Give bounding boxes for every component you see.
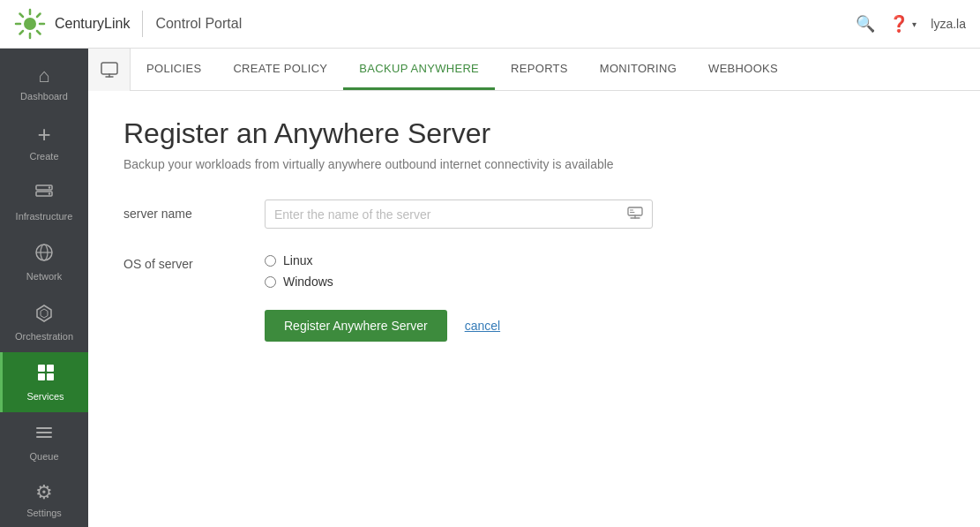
- sidebar-label-create: Create: [29, 151, 58, 162]
- sub-nav: POLICIES CREATE POLICY BACKUP ANYWHERE R…: [88, 49, 980, 91]
- svg-rect-19: [47, 365, 54, 372]
- logo-area: CenturyLink: [14, 8, 130, 40]
- svg-line-5: [20, 14, 24, 18]
- sidebar-item-create[interactable]: + Create: [0, 112, 88, 172]
- radio-windows-input[interactable]: [265, 276, 276, 288]
- sidebar-item-services[interactable]: Services: [0, 352, 88, 412]
- svg-rect-18: [38, 365, 45, 372]
- svg-rect-20: [38, 373, 45, 380]
- tab-policies[interactable]: POLICIES: [131, 49, 217, 90]
- tab-reports[interactable]: REPORTS: [495, 49, 584, 90]
- network-icon: [34, 243, 54, 266]
- sidebar-label-orchestration: Orchestration: [15, 331, 73, 342]
- svg-rect-25: [101, 63, 117, 74]
- create-icon: +: [37, 123, 50, 146]
- user-name: lyza.la: [931, 17, 966, 31]
- form-buttons: Register Anywhere Server cancel: [123, 310, 741, 342]
- server-name-row: server name: [123, 200, 741, 229]
- settings-icon: ⚙: [35, 483, 53, 502]
- sidebar-label-network: Network: [26, 271, 62, 282]
- sidebar-label-settings: Settings: [26, 508, 62, 518]
- sidebar-item-infrastructure[interactable]: Infrastructure: [0, 172, 88, 232]
- sidebar-label-services: Services: [26, 391, 64, 402]
- os-label: OS of server: [123, 250, 265, 271]
- svg-marker-17: [41, 309, 48, 318]
- register-form: server name: [123, 200, 741, 342]
- svg-rect-21: [47, 373, 54, 380]
- infrastructure-icon: [34, 183, 54, 206]
- server-input-icon: [627, 207, 643, 222]
- page-title: Register an Anywhere Server: [123, 117, 945, 150]
- server-name-control: [265, 200, 741, 229]
- subnav-tabs: POLICIES CREATE POLICY BACKUP ANYWHERE R…: [131, 49, 794, 90]
- register-button[interactable]: Register Anywhere Server: [265, 310, 447, 342]
- sidebar-item-orchestration[interactable]: Orchestration: [0, 292, 88, 352]
- tab-webhooks[interactable]: WEBHOOKS: [692, 49, 794, 90]
- header-divider: [142, 11, 143, 37]
- svg-marker-16: [37, 305, 51, 321]
- queue-icon: [34, 423, 54, 446]
- sidebar-item-dashboard[interactable]: ⌂ Dashboard: [0, 56, 88, 112]
- sidebar-label-infrastructure: Infrastructure: [16, 211, 73, 222]
- radio-windows[interactable]: Windows: [265, 275, 741, 289]
- svg-point-0: [24, 18, 36, 30]
- help-chevron: ▾: [912, 19, 916, 29]
- radio-linux-label: Linux: [283, 253, 312, 267]
- svg-line-8: [20, 31, 24, 34]
- sidebar-item-network[interactable]: Network: [0, 232, 88, 292]
- svg-rect-26: [628, 207, 642, 215]
- sidebar: ⌂ Dashboard + Create Infrastructure: [0, 49, 88, 527]
- portal-title: Control Portal: [155, 16, 242, 32]
- os-radio-group: Linux Windows: [265, 250, 741, 289]
- radio-linux[interactable]: Linux: [265, 253, 741, 267]
- radio-linux-input[interactable]: [265, 255, 276, 267]
- header-actions: 🔍 ❓ ▾ lyza.la: [856, 14, 966, 34]
- help-button[interactable]: ❓ ▾: [889, 14, 916, 34]
- tab-create-policy[interactable]: CREATE POLICY: [217, 49, 343, 90]
- company-name: CenturyLink: [55, 16, 130, 32]
- os-control: Linux Windows: [265, 250, 741, 289]
- sidebar-label-dashboard: Dashboard: [20, 91, 68, 102]
- radio-windows-label: Windows: [283, 275, 333, 289]
- page-area: Register an Anywhere Server Backup your …: [88, 91, 980, 527]
- sidebar-label-queue: Queue: [29, 451, 58, 462]
- top-header: CenturyLink Control Portal 🔍 ❓ ▾ lyza.la: [0, 0, 980, 49]
- svg-point-12: [49, 192, 50, 194]
- search-icon: 🔍: [856, 14, 875, 34]
- server-name-input-wrapper[interactable]: [265, 200, 653, 229]
- server-name-label: server name: [123, 200, 265, 221]
- server-name-input[interactable]: [274, 207, 610, 222]
- tab-monitoring[interactable]: MONITORING: [584, 49, 692, 90]
- subnav-section-icon: [88, 49, 131, 91]
- search-button[interactable]: 🔍: [856, 14, 875, 34]
- body-layout: ⌂ Dashboard + Create Infrastructure: [0, 49, 980, 527]
- svg-point-11: [49, 186, 50, 188]
- page-subtitle: Backup your workloads from virtually any…: [123, 157, 945, 171]
- main-content: POLICIES CREATE POLICY BACKUP ANYWHERE R…: [88, 49, 980, 527]
- centurylink-logo: [14, 8, 46, 40]
- sidebar-item-queue[interactable]: Queue: [0, 412, 88, 472]
- tab-backup-anywhere[interactable]: BACKUP ANYWHERE: [343, 49, 495, 90]
- svg-line-7: [37, 14, 41, 18]
- dashboard-icon: ⌂: [38, 66, 49, 86]
- sidebar-item-settings[interactable]: ⚙ Settings: [0, 472, 88, 527]
- os-row: OS of server Linux Windows: [123, 250, 741, 289]
- orchestration-icon: [34, 303, 54, 326]
- services-icon: [36, 363, 56, 386]
- help-icon: ❓: [889, 14, 909, 34]
- svg-line-6: [37, 31, 41, 34]
- cancel-button[interactable]: cancel: [465, 319, 500, 333]
